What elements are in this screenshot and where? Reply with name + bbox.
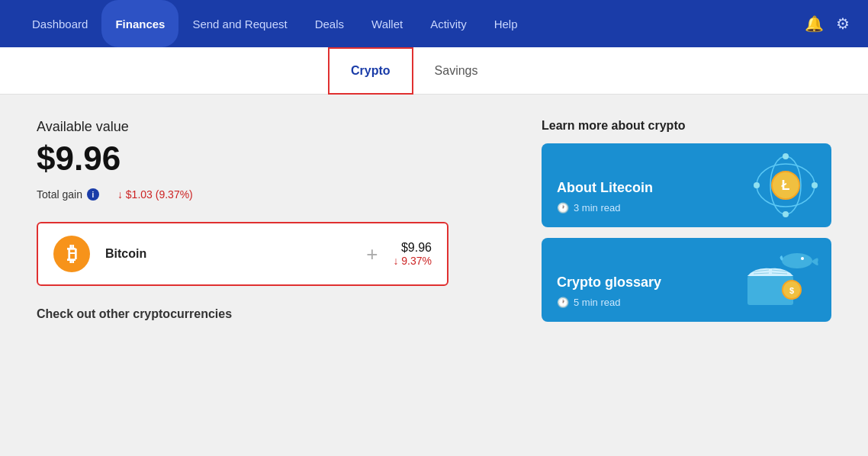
gear-icon[interactable]: ⚙ <box>836 14 850 33</box>
nav-wallet[interactable]: Wallet <box>358 0 416 47</box>
litecoin-illustration: Ł <box>725 143 831 227</box>
svg-text:$: $ <box>789 286 794 295</box>
clock-icon-2: 🕐 <box>557 297 569 308</box>
clock-icon: 🕐 <box>557 202 569 214</box>
tabs-row: Crypto Savings <box>0 47 868 95</box>
nav-send-request[interactable]: Send and Request <box>178 0 301 47</box>
nav-deals[interactable]: Deals <box>301 0 358 47</box>
svg-point-5 <box>812 182 818 188</box>
glossary-card-time: 🕐 5 min read <box>557 297 709 308</box>
nav-finances[interactable]: Finances <box>101 0 178 47</box>
tab-savings[interactable]: Savings <box>413 47 500 95</box>
bitcoin-change: ↓ 9.37% <box>393 255 432 267</box>
litecoin-card-time: 🕐 3 min read <box>557 202 709 214</box>
glossary-illustration: $ <box>725 238 831 322</box>
main-content: Available value $9.96 Total gain i ↓ $1.… <box>0 95 868 456</box>
total-gain-row: Total gain i ↓ $1.03 (9.37%) <box>37 188 511 201</box>
bitcoin-name: Bitcoin <box>105 247 351 261</box>
available-value: $9.96 <box>37 140 511 178</box>
svg-point-15 <box>782 253 812 268</box>
bell-icon[interactable]: 🔔 <box>805 14 824 33</box>
total-gain-label: Total gain i <box>37 188 99 201</box>
svg-point-6 <box>783 153 789 159</box>
glossary-card[interactable]: Crypto glossary 🕐 5 min read <box>542 238 831 322</box>
learn-label: Learn more about crypto <box>542 119 831 133</box>
litecoin-card[interactable]: About Litecoin 🕐 3 min read Ł <box>542 143 831 227</box>
litecoin-card-title: About Litecoin <box>557 180 709 196</box>
bitcoin-icon: ₿ <box>53 236 90 272</box>
bitcoin-amount: $9.96 <box>393 241 432 255</box>
right-column: Learn more about crypto About Litecoin 🕐… <box>542 119 831 432</box>
nav-activity[interactable]: Activity <box>416 0 481 47</box>
left-column: Available value $9.96 Total gain i ↓ $1.… <box>37 119 511 432</box>
nav-dashboard[interactable]: Dashboard <box>18 0 101 47</box>
svg-point-4 <box>754 182 760 188</box>
total-gain-info-icon[interactable]: i <box>87 188 99 201</box>
available-label: Available value <box>37 119 511 135</box>
svg-text:Ł: Ł <box>782 178 790 193</box>
check-other-label: Check out other cryptocurrencies <box>37 307 511 321</box>
bitcoin-values: $9.96 ↓ 9.37% <box>393 241 432 267</box>
glossary-card-text: Crypto glossary 🕐 5 min read <box>542 238 725 322</box>
nav-help[interactable]: Help <box>481 0 532 47</box>
svg-point-16 <box>801 257 804 260</box>
add-bitcoin-button[interactable]: + <box>366 242 378 266</box>
tab-crypto[interactable]: Crypto <box>328 47 413 95</box>
litecoin-card-text: About Litecoin 🕐 3 min read <box>542 143 725 227</box>
navbar: Dashboard Finances Send and Request Deal… <box>0 0 868 47</box>
svg-point-7 <box>783 211 789 217</box>
total-gain-value: ↓ $1.03 (9.37%) <box>117 188 193 201</box>
nav-right-icons: 🔔 ⚙ <box>805 14 850 33</box>
bitcoin-card[interactable]: ₿ Bitcoin + $9.96 ↓ 9.37% <box>37 222 448 286</box>
down-arrow-icon: ↓ 9.37% <box>393 255 432 267</box>
glossary-card-title: Crypto glossary <box>557 275 709 291</box>
